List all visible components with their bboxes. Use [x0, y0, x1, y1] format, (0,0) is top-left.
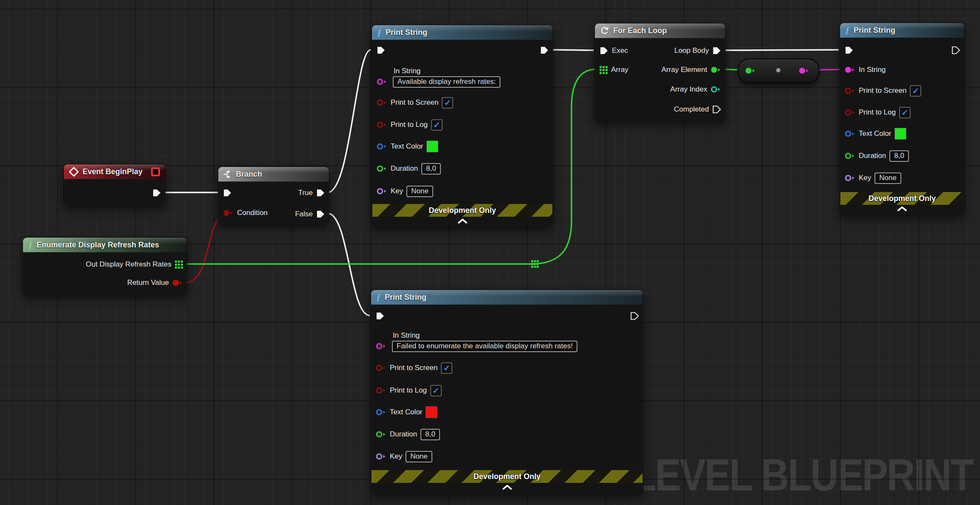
exec-in-pin[interactable] — [845, 46, 854, 55]
array-index-pin[interactable] — [711, 86, 721, 93]
duration-pin[interactable] — [377, 165, 387, 172]
key-input[interactable]: None — [874, 172, 901, 184]
array-element-row: Array Element — [661, 64, 721, 75]
print-to-screen-pin[interactable] — [845, 87, 855, 95]
exec-in-pin[interactable] — [223, 189, 232, 197]
in-string-pin[interactable] — [376, 342, 386, 350]
key-pin[interactable] — [377, 187, 387, 195]
print-to-log-checkbox[interactable]: ✓ — [431, 119, 443, 131]
key-row: Key None — [376, 451, 432, 462]
text-color-pin[interactable] — [845, 130, 855, 138]
key-input[interactable]: None — [406, 186, 433, 197]
text-color-swatch[interactable] — [426, 407, 437, 418]
in-string-input[interactable]: Available display refresh rates: — [393, 76, 500, 88]
exec-in-row — [223, 187, 232, 198]
in-string-row: In String Failed to enumerate the availa… — [376, 341, 577, 352]
exec-out-pin[interactable] — [152, 189, 161, 197]
node-title: Event BeginPlay — [83, 167, 143, 176]
exec-out-row — [540, 45, 549, 56]
node-for-each-loop[interactable]: For Each Loop Exec Array Loop Body Array… — [594, 23, 726, 121]
array-row: Array — [600, 64, 629, 75]
print-to-screen-pin[interactable] — [376, 364, 386, 372]
node-header[interactable]: Branch — [218, 167, 329, 182]
node-event-beginplay[interactable]: Event BeginPlay — [63, 164, 166, 205]
text-color-pin[interactable] — [377, 143, 387, 150]
collapse-chevron-icon[interactable] — [502, 485, 512, 490]
conv-out-pin[interactable] — [799, 67, 809, 75]
exec-in-pin[interactable] — [377, 46, 386, 55]
array-label: Array — [611, 66, 629, 74]
key-pin[interactable] — [376, 453, 386, 460]
out-display-refresh-rates-pin[interactable] — [175, 261, 183, 269]
duration-pin[interactable] — [845, 152, 855, 160]
exec-wire-true-printstring[interactable] — [328, 50, 371, 192]
key-pin[interactable] — [845, 174, 855, 182]
duration-input[interactable]: 8,0 — [889, 150, 909, 162]
node-title: Print String — [854, 26, 895, 35]
print-to-log-row: Print to Log ✓ — [376, 385, 442, 396]
condition-pin[interactable] — [223, 209, 234, 217]
node-enumerate-display-refresh-rates[interactable]: ƒ Enumerate Display Refresh Rates Out Di… — [23, 237, 187, 295]
node-print-string-top[interactable]: ƒ Print String In String Available displ… — [371, 25, 553, 227]
node-header[interactable]: For Each Loop — [595, 23, 725, 38]
array-element-label: Array Element — [661, 66, 707, 74]
node-branch[interactable]: Branch Condition True False — [218, 166, 329, 224]
duration-label: Duration — [859, 152, 886, 160]
in-string-input[interactable]: Failed to enumerate the available displa… — [392, 341, 577, 352]
text-color-swatch[interactable] — [427, 141, 438, 152]
print-to-log-checkbox[interactable]: ✓ — [430, 385, 442, 396]
array-reroute-knot[interactable] — [531, 260, 539, 268]
loop-body-pin[interactable] — [712, 46, 721, 55]
key-input[interactable]: None — [406, 451, 432, 462]
exec-wire-loopbody-printstring[interactable] — [726, 50, 839, 50]
true-exec-pin[interactable] — [316, 189, 325, 197]
array-element-wire[interactable] — [726, 69, 738, 70]
blueprint-graph-canvas[interactable]: LEVEL BLUEPRINT Event BeginPlay — [0, 0, 980, 505]
exec-out-pin[interactable] — [951, 46, 960, 55]
node-header[interactable]: ƒ Enumerate Display Refresh Rates — [23, 238, 187, 253]
check-icon: ✓ — [433, 121, 440, 129]
node-title: Print String — [385, 293, 426, 302]
node-header[interactable]: Event BeginPlay — [64, 164, 165, 179]
node-title: Print String — [386, 28, 427, 37]
print-to-log-checkbox[interactable]: ✓ — [899, 107, 911, 118]
print-to-screen-checkbox[interactable]: ✓ — [441, 362, 452, 374]
false-exec-pin[interactable] — [316, 210, 325, 218]
return-value-label: Return Value — [127, 278, 169, 287]
duration-pin[interactable] — [376, 430, 386, 438]
node-header[interactable]: ƒ Print String — [372, 25, 553, 40]
print-to-screen-checkbox[interactable]: ✓ — [442, 97, 453, 109]
conv-in-pin[interactable] — [745, 67, 756, 75]
exec-wire-printstring-foreach[interactable] — [553, 50, 594, 50]
print-to-log-pin[interactable] — [376, 387, 386, 394]
in-string-pin[interactable] — [845, 66, 855, 74]
array-pin[interactable] — [600, 66, 608, 74]
collapse-chevron-icon[interactable] — [897, 206, 907, 211]
exec-out-pin[interactable] — [630, 312, 639, 320]
completed-pin[interactable] — [712, 105, 721, 114]
event-icon — [69, 166, 79, 177]
exec-in-pin[interactable] — [600, 46, 609, 55]
duration-input[interactable]: 8,0 — [421, 163, 441, 175]
node-header[interactable]: ƒ Print String — [371, 290, 643, 305]
string-wire-conv-instring[interactable] — [817, 69, 840, 70]
text-color-pin[interactable] — [376, 408, 386, 416]
duration-input[interactable]: 8,0 — [420, 429, 440, 440]
node-print-string-bottom[interactable]: ƒ Print String In String Failed to enume… — [371, 290, 643, 494]
exec-in-pin[interactable] — [376, 312, 385, 320]
to-string-conversion-node[interactable] — [737, 58, 820, 83]
array-element-pin[interactable] — [711, 66, 721, 74]
print-to-log-pin[interactable] — [845, 109, 855, 116]
node-print-string-right[interactable]: ƒ Print String In String Print to Screen… — [840, 23, 965, 215]
exec-out-pin[interactable] — [540, 46, 549, 55]
loop-body-label: Loop Body — [674, 46, 709, 55]
print-to-screen-pin[interactable] — [377, 99, 387, 106]
node-header[interactable]: ƒ Print String — [840, 23, 964, 38]
in-string-pin[interactable] — [377, 78, 387, 86]
text-color-swatch[interactable] — [895, 128, 906, 139]
collapse-chevron-icon[interactable] — [457, 218, 468, 224]
return-value-pin[interactable] — [172, 279, 183, 287]
print-to-log-pin[interactable] — [377, 121, 387, 129]
print-to-screen-checkbox[interactable]: ✓ — [910, 85, 921, 97]
return-value-row: Return Value — [127, 277, 183, 288]
